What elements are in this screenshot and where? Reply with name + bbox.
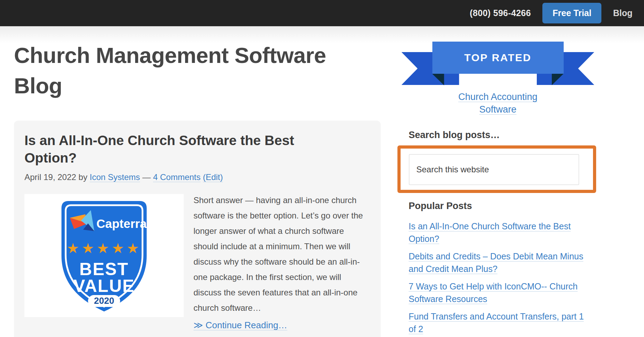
post-date: April 19, 2022 [24, 172, 76, 182]
search-input[interactable] [409, 154, 579, 185]
post-meta: April 19, 2022 by Icon Systems — 4 Comme… [24, 172, 370, 182]
post-title-link[interactable]: Is an All-In-One Church Software the Bes… [24, 132, 339, 167]
popular-post-link[interactable]: 7 Ways to Get Help with IconCMO-- Church… [409, 280, 590, 305]
page-title: Church Management Software Blog [14, 40, 356, 101]
popular-post-link[interactable]: Is an All-In-One Church Software the Bes… [409, 220, 590, 245]
free-trial-button[interactable]: Free Trial [542, 3, 601, 23]
author-link[interactable]: Icon Systems [90, 172, 140, 182]
blog-nav-link[interactable]: Blog [613, 8, 632, 18]
badge-year: 2020 [94, 295, 114, 306]
phone-number[interactable]: (800) 596-4266 [470, 8, 531, 18]
popular-post-link[interactable]: Fund Transfers and Account Transfers, pa… [409, 310, 590, 335]
church-accounting-software-link[interactable]: Church Accounting Software [451, 91, 545, 116]
ribbon-band-label: TOP RATED [432, 42, 564, 74]
popular-posts-list: Is an All-In-One Church Software the Bes… [397, 220, 598, 335]
top-rated-ribbon: TOP RATED [400, 42, 596, 86]
comments-link[interactable]: 4 Comments [153, 172, 200, 182]
sidebar: TOP RATED Church Accounting Software Sea… [397, 26, 598, 337]
badge-award-line2: VALUE [73, 276, 135, 296]
capterra-best-value-badge-image: Capterra ★★★★★ BEST VALUE 2020 [24, 194, 184, 317]
search-highlight-annotation [397, 145, 596, 193]
meta-separator: — [142, 172, 151, 182]
post-by-text: by [79, 172, 87, 182]
popular-posts-heading: Popular Posts [409, 201, 598, 211]
page-body: Church Management Software Blog Is an Al… [0, 26, 644, 337]
continue-reading-link[interactable]: ≫ Continue Reading… [193, 320, 287, 330]
main-column: Church Management Software Blog Is an Al… [14, 26, 381, 337]
capterra-brand-text: Capterra [96, 217, 147, 230]
popular-post-link[interactable]: Debits and Credits – Does Debit Mean Min… [409, 250, 590, 275]
search-blog-posts-heading: Search blog posts… [409, 130, 598, 141]
blog-post-card: Is an All-In-One Church Software the Bes… [14, 121, 381, 337]
continue-reading-row: ≫ Continue Reading… [193, 320, 370, 331]
capterra-badge-shield-icon: Capterra ★★★★★ BEST VALUE 2020 [50, 196, 158, 315]
edit-link[interactable]: (Edit) [203, 172, 223, 182]
top-navigation-bar: (800) 596-4266 Free Trial Blog [0, 0, 644, 26]
rating-stars-icon: ★★★★★ [67, 241, 141, 256]
